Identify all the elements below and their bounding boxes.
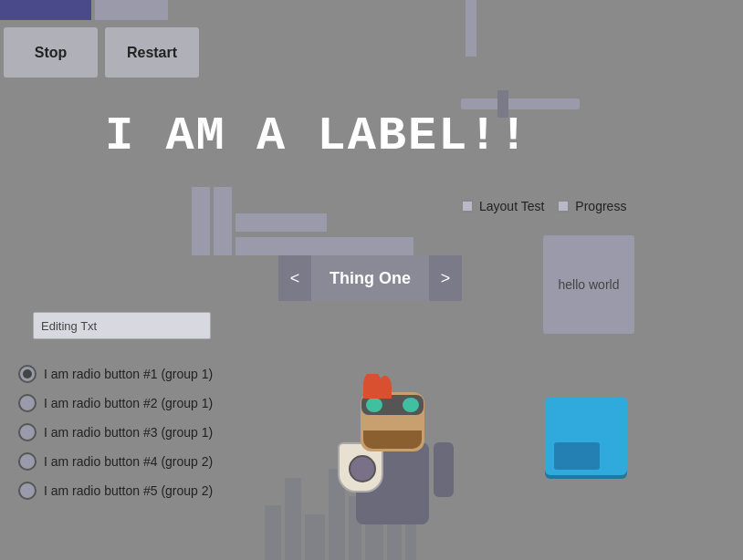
slider-track [461, 99, 580, 109]
big-label: I AM A LABEL!! [105, 109, 529, 163]
radio-circle-2 [18, 394, 37, 412]
nav-next-button[interactable]: > [429, 255, 462, 301]
progress-label: Progress [575, 199, 626, 213]
radio-circle-5 [18, 482, 37, 500]
slider-area [461, 99, 580, 109]
radio-item-4[interactable]: I am radio button #4 (group 2) [18, 452, 213, 471]
radio-circle-1 [18, 365, 37, 383]
char-arm-right [434, 442, 454, 497]
char-shield-badge [349, 455, 376, 482]
bar-vertical-1 [192, 187, 210, 255]
radio-label-1: I am radio button #1 (group 1) [44, 367, 213, 381]
building-1 [265, 505, 281, 560]
radio-item-1[interactable]: I am radio button #1 (group 1) [18, 365, 213, 383]
vertical-slider[interactable] [466, 0, 476, 57]
restart-button[interactable]: Restart [105, 27, 199, 78]
bar-horizontal-1 [235, 213, 327, 232]
bar-vertical-2 [214, 187, 232, 255]
checkbox-row: Layout Test Progress [461, 199, 626, 213]
mid-bars [192, 187, 413, 255]
bar-horizontal-2 [235, 237, 413, 255]
radio-circle-3 [18, 423, 37, 441]
radio-item-5[interactable]: I am radio button #5 (group 2) [18, 482, 213, 500]
tab-bar [0, 0, 168, 20]
nav-current-label: Thing One [311, 269, 429, 288]
radio-label-5: I am radio button #5 (group 2) [44, 483, 213, 498]
tab-inactive[interactable] [95, 0, 168, 20]
blue-box [545, 397, 627, 479]
hello-world-text: hello world [559, 277, 620, 292]
radio-label-3: I am radio button #3 (group 1) [44, 425, 213, 440]
nav-prev-button[interactable]: < [278, 255, 311, 301]
blue-box-inner [554, 442, 600, 470]
char-beard [363, 430, 422, 449]
radio-circle-4 [18, 452, 37, 471]
building-2 [285, 478, 301, 560]
radio-item-2[interactable]: I am radio button #2 (group 1) [18, 394, 213, 412]
slider-thumb[interactable] [497, 90, 508, 118]
button-row: Stop Restart [4, 27, 199, 78]
radio-label-4: I am radio button #4 (group 2) [44, 454, 213, 469]
char-hair-2 [379, 376, 392, 399]
thing-navigator: < Thing One > [278, 255, 462, 301]
editing-text-input[interactable] [33, 312, 211, 339]
radio-label-2: I am radio button #2 (group 1) [44, 396, 213, 410]
tab-active[interactable] [0, 0, 91, 20]
char-goggle-eye-left [366, 398, 382, 412]
bar-horizontal-group [235, 213, 413, 255]
char-goggle-eye-right [403, 398, 419, 412]
radio-group: I am radio button #1 (group 1) I am radi… [18, 365, 213, 511]
progress-checkbox[interactable] [557, 200, 570, 213]
layout-test-label: Layout Test [479, 199, 544, 213]
layout-test-checkbox[interactable] [461, 200, 474, 213]
character-sprite [329, 374, 461, 534]
stop-button[interactable]: Stop [4, 27, 98, 78]
hello-world-box: hello world [543, 235, 634, 334]
radio-item-3[interactable]: I am radio button #3 (group 1) [18, 423, 213, 441]
building-3 [305, 514, 325, 560]
